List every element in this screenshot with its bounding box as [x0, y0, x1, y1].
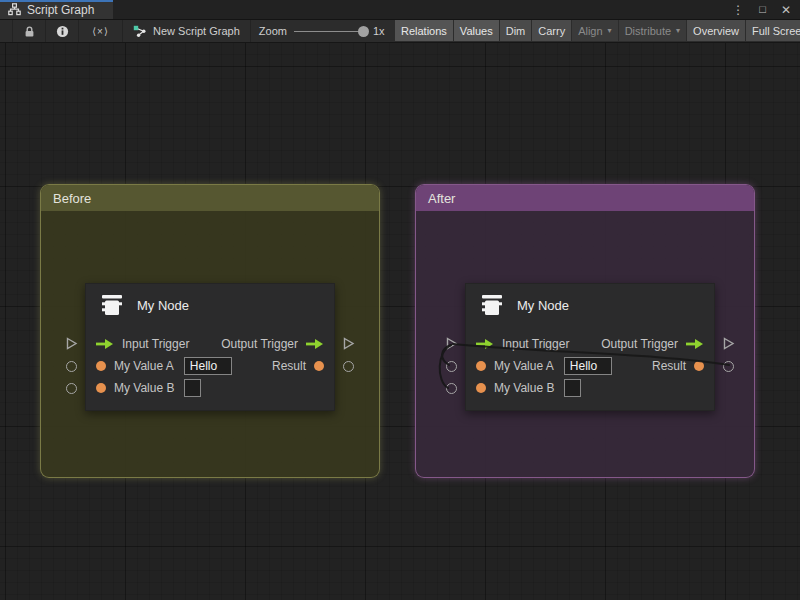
- port-row-value-b: My Value B: [86, 377, 334, 399]
- info-button[interactable]: [46, 20, 79, 42]
- graph-canvas[interactable]: Before After My Nod: [0, 43, 800, 600]
- value-a-input[interactable]: [184, 357, 232, 375]
- value-in-port-icon[interactable]: [96, 383, 106, 393]
- outer-value-b-port[interactable]: [446, 383, 457, 394]
- outer-result-port[interactable]: [343, 361, 354, 372]
- value-out-port-icon[interactable]: [314, 361, 324, 371]
- tab-script-graph[interactable]: Script Graph: [0, 0, 113, 19]
- graph-title: New Script Graph: [153, 25, 240, 37]
- values-button[interactable]: Values: [454, 20, 499, 41]
- outer-flow-out-port[interactable]: [342, 337, 355, 350]
- chevron-down-icon: ▾: [608, 26, 612, 35]
- group-title: Before: [53, 191, 91, 206]
- tab-title: Script Graph: [27, 3, 94, 17]
- outer-flow-in-port[interactable]: [65, 337, 78, 350]
- group-after-header[interactable]: After: [416, 185, 754, 211]
- dim-button[interactable]: Dim: [500, 20, 532, 41]
- outer-value-a-port[interactable]: [446, 361, 457, 372]
- script-graph-icon: [133, 25, 147, 38]
- preview-code-button[interactable]: ⟨×⟩: [79, 20, 123, 42]
- port-label-result: Result: [272, 359, 306, 373]
- lock-button[interactable]: [13, 20, 46, 42]
- graph-breadcrumb[interactable]: New Script Graph: [123, 20, 251, 42]
- flow-in-port-icon[interactable]: [476, 339, 494, 349]
- distribute-button[interactable]: Distribute ▾: [619, 20, 686, 41]
- group-before-header[interactable]: Before: [41, 185, 379, 211]
- outer-flow-in-port[interactable]: [445, 337, 458, 350]
- toolbar-buttons: Relations Values Dim Carry Align ▾ Distr…: [395, 20, 800, 41]
- tab-bar: Script Graph ⋮ □ ✕: [0, 0, 800, 20]
- value-in-port-icon[interactable]: [476, 383, 486, 393]
- graph-hierarchy-icon: [8, 3, 21, 16]
- value-b-input[interactable]: [564, 379, 581, 397]
- unit-icon: [99, 293, 125, 317]
- value-in-port-icon[interactable]: [96, 361, 106, 371]
- chevron-down-icon: ▾: [676, 26, 680, 35]
- flow-out-port-icon[interactable]: [686, 339, 704, 349]
- zoom-value: 1x: [373, 25, 385, 37]
- port-label-output-trigger: Output Trigger: [221, 337, 298, 351]
- flow-out-port-icon[interactable]: [306, 339, 324, 349]
- value-b-input[interactable]: [184, 379, 201, 397]
- close-icon[interactable]: ✕: [781, 4, 791, 16]
- outer-flow-out-port[interactable]: [722, 337, 735, 350]
- port-label-input-trigger: Input Trigger: [122, 337, 189, 351]
- port-label-value-a: My Value A: [494, 359, 554, 373]
- node-title: My Node: [517, 298, 569, 313]
- overview-button[interactable]: Overview: [687, 20, 745, 41]
- zoom-slider[interactable]: [294, 31, 366, 32]
- port-label-value-b: My Value B: [114, 381, 174, 395]
- outer-value-a-port[interactable]: [66, 361, 77, 372]
- code-brackets-icon: ⟨×⟩: [92, 26, 109, 37]
- tab-active-indicator: [0, 0, 113, 2]
- port-row-value-b: My Value B: [466, 377, 714, 399]
- port-row-trigger: Input Trigger Output Trigger: [86, 333, 334, 355]
- node-port-rows: Input Trigger Output Trigger My Value A: [86, 333, 334, 399]
- node-header: My Node: [99, 293, 189, 317]
- toolbar-spacer: [0, 20, 13, 42]
- group-title: After: [428, 191, 455, 206]
- relations-button[interactable]: Relations: [395, 20, 453, 41]
- zoom-label: Zoom: [259, 25, 287, 37]
- port-row-value-a: My Value A Result: [466, 355, 714, 377]
- value-a-input[interactable]: [564, 357, 612, 375]
- window-menu-icon[interactable]: ⋮: [732, 4, 744, 16]
- maximize-icon[interactable]: □: [759, 4, 766, 15]
- fullscreen-button[interactable]: Full Screen: [746, 20, 800, 41]
- port-label-output-trigger: Output Trigger: [601, 337, 678, 351]
- port-label-value-a: My Value A: [114, 359, 174, 373]
- node-title: My Node: [137, 298, 189, 313]
- value-in-port-icon[interactable]: [476, 361, 486, 371]
- port-label-value-b: My Value B: [494, 381, 554, 395]
- node-header: My Node: [479, 293, 569, 317]
- unit-icon: [479, 293, 505, 317]
- node-port-rows: Input Trigger Output Trigger My Value A: [466, 333, 714, 399]
- window-controls: ⋮ □ ✕: [732, 0, 800, 19]
- graph-toolbar: ⟨×⟩ New Script Graph Zoom 1x Relations V…: [0, 20, 800, 43]
- node-my-node-before[interactable]: My Node Input Trigger Output Trigger: [85, 283, 335, 411]
- port-row-value-a: My Value A Result: [86, 355, 334, 377]
- info-icon: [56, 25, 69, 38]
- align-button[interactable]: Align ▾: [572, 20, 617, 41]
- port-label-result: Result: [652, 359, 686, 373]
- flow-in-port-icon[interactable]: [96, 339, 114, 349]
- carry-button[interactable]: Carry: [532, 20, 571, 41]
- script-graph-window: Script Graph ⋮ □ ✕ ⟨×⟩: [0, 0, 800, 600]
- node-my-node-after[interactable]: My Node Input Trigger Output Trigger: [465, 283, 715, 411]
- outer-value-b-port[interactable]: [66, 383, 77, 394]
- port-label-input-trigger: Input Trigger: [502, 337, 569, 351]
- lock-icon: [24, 25, 35, 38]
- zoom-slider-handle[interactable]: [358, 26, 369, 37]
- outer-result-port[interactable]: [723, 361, 734, 372]
- zoom-control: Zoom 1x: [251, 20, 393, 42]
- value-out-port-icon[interactable]: [694, 361, 704, 371]
- port-row-trigger: Input Trigger Output Trigger: [466, 333, 714, 355]
